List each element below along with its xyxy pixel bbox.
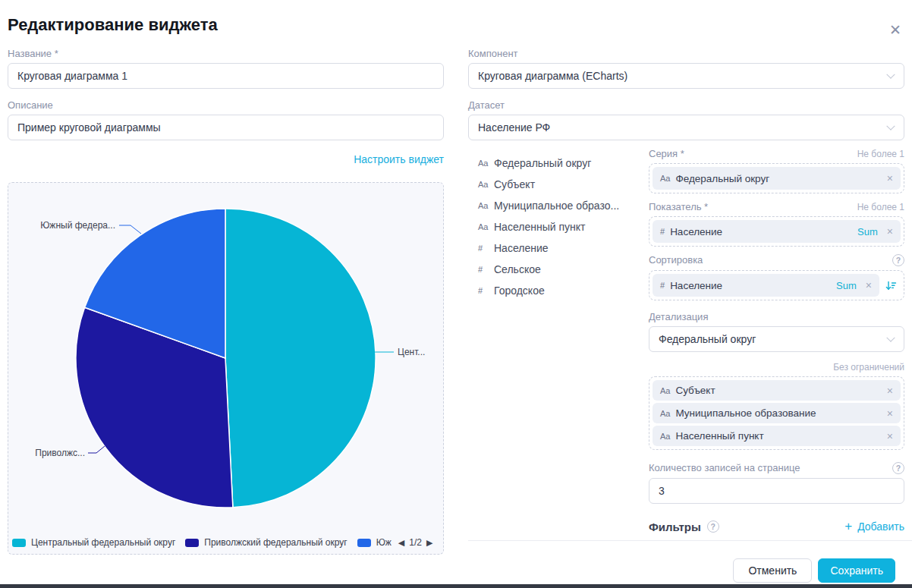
measure-limit-hint: Не более 1 [857,202,904,212]
filters-label: Фильтры [649,520,701,533]
legend-label: Юж [376,537,392,548]
page-size-label: Количество записей на странице [649,462,800,473]
help-icon[interactable]: ? [892,254,904,266]
callout-label-south: Южный федера... [40,220,115,231]
chevron-down-icon [886,71,895,79]
widget-config: Серия * Не более 1 Aa Федеральный округ … [649,146,904,534]
legend-label: Центральный федеральный округ [31,537,175,548]
page-size-input[interactable] [649,478,904,504]
dataset-select[interactable]: Население РФ [468,115,904,140]
legend-swatch [357,539,371,547]
name-input[interactable] [8,63,444,89]
detail-select[interactable]: Федеральный округ [649,326,904,352]
legend-item[interactable]: Центральный федеральный округ [12,537,175,548]
field-type-icon: # [478,244,494,253]
field-type-icon: Aa [478,222,494,231]
component-label: Компонент [468,48,904,59]
aggregation-tag[interactable]: Sum [836,280,857,291]
name-label: Название * [8,48,444,59]
remove-icon[interactable]: × [887,430,893,442]
bottom-edge-strip [0,584,912,588]
remove-icon[interactable]: × [887,385,893,397]
field-name: Субъект [494,178,535,190]
legend-label: Приволжский федеральный округ [204,537,347,548]
field-name: Федеральный округ [494,157,591,169]
dataset-fields-list: Aa Федеральный округ Aa Субъект Aa Муниц… [468,146,649,534]
plus-icon: + [844,519,852,534]
description-label: Описание [8,99,444,111]
sort-direction-button[interactable] [881,279,901,292]
sorting-chip[interactable]: # Население Sum × [653,274,879,297]
pie-slice[interactable] [225,209,376,508]
detail-label: Детализация [649,311,904,322]
close-icon[interactable]: ✕ [889,23,901,37]
field-name: Городское [494,285,545,297]
field-type-icon: # [478,286,494,295]
field-name: Муниципальное образо... [494,200,619,212]
component-select[interactable]: Круговая диаграмма (ECharts) [468,63,904,89]
save-button[interactable]: Сохранить [818,558,895,583]
legend-swatch [185,539,199,547]
chevron-down-icon [886,334,895,342]
legend-prev-icon[interactable]: ◀ [398,538,404,548]
remove-icon[interactable]: × [887,172,893,184]
remove-icon[interactable]: × [887,225,893,237]
chip-label: Население [670,280,722,291]
chevron-down-icon [886,122,895,130]
field-type-icon: # [478,265,494,274]
detail-chip[interactable]: Aa Муниципальное образование × [653,403,901,423]
chip-label: Федеральный округ [675,173,769,184]
callout-line-south [119,225,141,234]
field-type-icon: # [660,281,665,290]
sort-desc-icon [885,279,898,292]
legend-item[interactable]: Приволжский федеральный округ [185,537,347,548]
component-value: Круговая диаграмма (ECharts) [478,70,627,82]
field-name: Сельское [494,263,541,275]
detail-dropzone[interactable]: Aa Субъект × Aa Муниципальное образовани… [649,376,904,450]
add-filter-button[interactable]: + Добавить [844,519,904,534]
aggregation-tag[interactable]: Sum [857,226,878,237]
detail-value: Федеральный округ [659,333,756,345]
description-input[interactable] [8,115,444,140]
series-dropzone[interactable]: Aa Федеральный округ × [649,163,904,193]
sorting-dropzone[interactable]: # Население Sum × [649,270,904,300]
dataset-value: Население РФ [478,121,550,134]
chip-label: Населенный пункт [675,430,763,442]
field-item[interactable]: # Население [478,237,649,259]
remove-icon[interactable]: × [866,279,872,291]
measure-chip[interactable]: # Население Sum × [653,220,901,243]
series-chip[interactable]: Aa Федеральный округ × [653,167,901,190]
dialog-title: Редактирование виджета [8,15,218,35]
left-column: Название * Описание Настроить виджет Южн… [8,48,444,555]
field-type-icon: Aa [660,432,670,441]
field-type-icon: Aa [660,409,670,418]
measure-label: Показатель * [649,201,708,212]
add-filter-label: Добавить [857,520,904,533]
edit-widget-dialog: Редактирование виджета ✕ Название * Опис… [0,0,912,588]
detail-chip[interactable]: Aa Субъект × [653,380,901,401]
field-item[interactable]: Aa Субъект [478,174,649,195]
field-item[interactable]: Aa Населенный пункт [478,216,649,237]
chip-label: Муниципальное образование [675,407,816,419]
legend-next-icon[interactable]: ▶ [426,538,432,548]
chip-label: Субъект [675,385,715,396]
field-type-icon: Aa [478,180,494,189]
field-item[interactable]: Aa Федеральный округ [478,153,649,174]
configure-widget-link[interactable]: Настроить виджет [354,153,444,165]
legend-item[interactable]: Юж [357,537,392,548]
help-icon[interactable]: ? [892,462,904,474]
field-type-icon: # [660,227,665,236]
field-item[interactable]: # Городское [478,280,649,301]
detail-chip[interactable]: Aa Населенный пункт × [653,426,901,446]
callout-label-volga: Приволжс... [35,448,85,458]
measure-dropzone[interactable]: # Население Sum × [649,216,904,247]
field-item[interactable]: Aa Муниципальное образо... [478,195,649,216]
widget-preview: Южный федера... Цент... Приволжс... Цент… [8,182,444,555]
callout-label-central: Цент... [398,347,425,357]
remove-icon[interactable]: × [887,407,893,420]
help-icon[interactable]: ? [707,520,719,533]
cancel-button[interactable]: Отменить [733,558,812,583]
field-type-icon: Aa [478,159,494,168]
field-item[interactable]: # Сельское [478,259,649,280]
legend-page-indicator: 1/2 [409,537,422,548]
